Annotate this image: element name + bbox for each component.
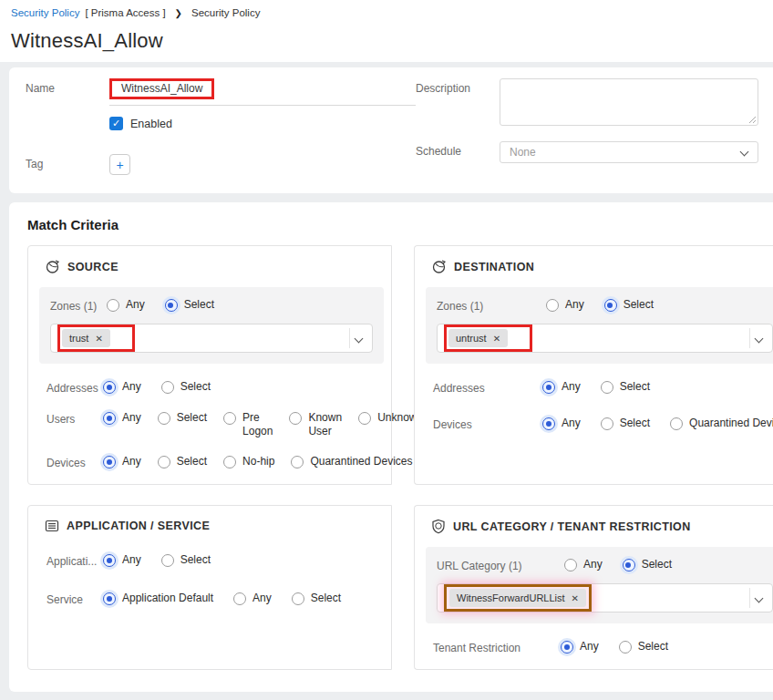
radio-icon[interactable] [289,412,302,425]
chevron-down-icon [740,148,749,157]
enabled-checkbox[interactable]: ✓ [109,117,123,130]
radio-option-quarantined-devices[interactable]: Quarantined Devices [670,417,773,430]
radio-selected-icon[interactable] [604,299,617,312]
radio-icon[interactable] [161,554,174,567]
radio-option-any[interactable]: Any [561,640,599,654]
radio-label: Any [562,380,581,394]
radio-option-any[interactable]: Any [542,380,581,394]
radio-icon[interactable] [158,412,170,425]
application-radiogroup: AnySelect [103,553,211,567]
service-row: Service Application DefaultAnySelect [39,592,391,606]
radio-selected-icon[interactable] [561,641,573,654]
radio-selected-icon[interactable] [165,299,178,312]
radio-option-any[interactable]: Any [233,592,272,605]
security-policy-page: Security Policy [ Prisma Access ] ❯ Secu… [0,0,773,700]
radio-option-any[interactable]: Any [103,411,141,425]
radio-option-any[interactable]: Any [103,380,141,394]
radio-option-select[interactable]: Select [601,417,650,430]
radio-option-quarantined-devices[interactable]: Quarantined Devices [291,455,412,468]
radio-option-known-user[interactable]: Known User [289,411,342,438]
radio-option-select[interactable]: Select [158,411,207,425]
red-annotation-box: trust✕ [57,324,135,352]
radio-selected-icon[interactable] [542,381,555,394]
radio-option-select[interactable]: Select [619,640,668,654]
radio-icon[interactable] [158,456,170,468]
radio-icon[interactable] [670,417,683,430]
radio-option-any[interactable]: Any [546,298,584,312]
radio-label: Any [122,380,141,394]
radio-icon[interactable] [358,412,371,425]
schedule-label: Schedule [416,141,500,158]
radio-icon[interactable] [619,641,632,654]
application-service-panel: APPLICATION / SERVICE Applicati... AnySe… [27,505,392,670]
radio-icon[interactable] [564,559,577,571]
chip-remove-icon[interactable]: ✕ [95,334,102,344]
chevron-down-icon [755,335,764,344]
radio-option-any[interactable]: Any [103,455,141,468]
resize-grip-icon[interactable] [747,115,756,123]
radio-selected-icon[interactable] [103,412,116,425]
schedule-select[interactable]: None [500,141,758,163]
source-addresses-row: Addresses AnySelect [39,380,391,395]
shield-globe-icon [431,519,446,534]
breadcrumb-link-security-policy[interactable]: Security Policy [11,7,79,18]
source-zones-select[interactable]: trust✕ [50,324,373,353]
schedule-value: None [510,146,536,159]
add-tag-button[interactable]: + [109,154,130,175]
radio-option-any[interactable]: Any [103,553,141,567]
radio-label: Pre Logon [242,411,273,438]
source-devices-label: Devices [46,455,103,469]
radio-option-select[interactable]: Select [623,558,672,571]
radio-option-any[interactable]: Any [564,558,603,571]
radio-option-select[interactable]: Select [158,455,207,468]
radio-option-any[interactable]: Any [542,417,581,430]
destination-zones-select[interactable]: untrust✕ [437,324,773,353]
match-criteria-heading: Match Criteria [27,217,773,232]
radio-option-select[interactable]: Select [601,380,650,394]
radio-icon[interactable] [291,456,304,468]
source-panel-header: SOURCE [39,259,391,274]
radio-label: Select [177,455,207,468]
radio-icon[interactable] [601,381,613,394]
radio-option-application-default[interactable]: Application Default [103,592,213,605]
source-panel-title: SOURCE [67,261,119,273]
radio-icon[interactable] [223,412,236,425]
chip-remove-icon[interactable]: ✕ [493,334,500,344]
radio-option-select[interactable]: Select [165,298,214,312]
radio-icon[interactable] [292,592,304,605]
radio-option-no-hip[interactable]: No-hip [223,455,274,468]
match-criteria-card: Match Criteria SOURCE Zones (1) [9,202,773,692]
radio-icon[interactable] [546,299,559,312]
selected-value-chip: WitnessForwardURLList✕ [449,589,586,607]
select-divider [749,588,750,608]
radio-icon[interactable] [233,592,246,605]
name-input[interactable]: WitnessAI_Allow [109,78,416,106]
radio-label: Any [580,640,599,654]
destination-panel-title: DESTINATION [454,261,534,273]
breadcrumb-current: Security Policy [191,7,260,18]
radio-icon[interactable] [223,456,236,468]
radio-selected-icon[interactable] [103,554,116,567]
radio-selected-icon[interactable] [103,456,116,468]
destination-zones-chips: untrust✕ [444,324,532,352]
radio-option-pre-logon[interactable]: Pre Logon [223,411,273,438]
description-textarea[interactable] [500,78,758,126]
url-category-select[interactable]: WitnessForwardURLList✕ [437,583,773,612]
radio-selected-icon[interactable] [542,417,555,430]
radio-label: Quarantined Devices [310,455,412,468]
radio-option-select[interactable]: Select [161,553,211,567]
radio-selected-icon[interactable] [103,381,116,394]
name-row: Name WitnessAI_Allow [26,78,416,106]
radio-icon[interactable] [161,381,174,394]
radio-selected-icon[interactable] [623,559,635,571]
radio-option-select[interactable]: Select [161,380,211,394]
radio-option-select[interactable]: Select [292,592,341,605]
globe-icon [45,259,60,274]
service-radiogroup: Application DefaultAnySelect [103,592,341,605]
radio-icon[interactable] [107,299,119,312]
radio-option-any[interactable]: Any [107,298,145,312]
radio-icon[interactable] [601,417,613,430]
chip-remove-icon[interactable]: ✕ [572,593,579,603]
radio-selected-icon[interactable] [103,592,116,605]
radio-option-select[interactable]: Select [604,298,654,312]
